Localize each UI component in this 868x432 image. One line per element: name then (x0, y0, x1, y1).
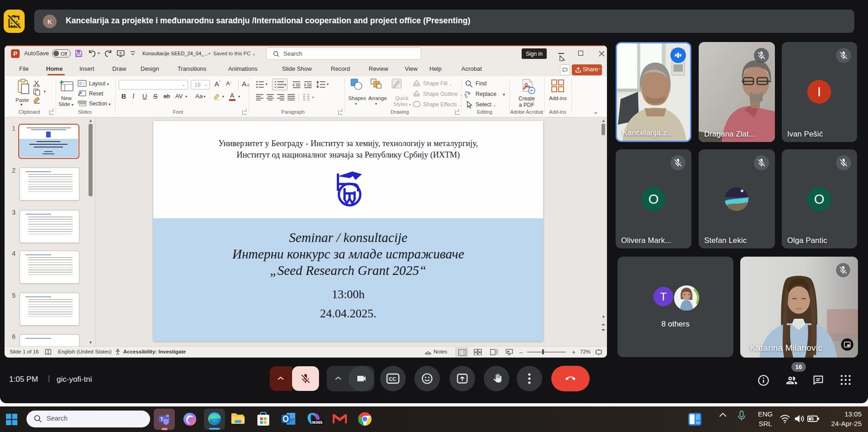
svg-text:T: T (160, 416, 163, 422)
svg-text:CC: CC (389, 376, 396, 382)
svg-text:c: c (465, 92, 467, 97)
svg-text:b: b (468, 91, 471, 95)
